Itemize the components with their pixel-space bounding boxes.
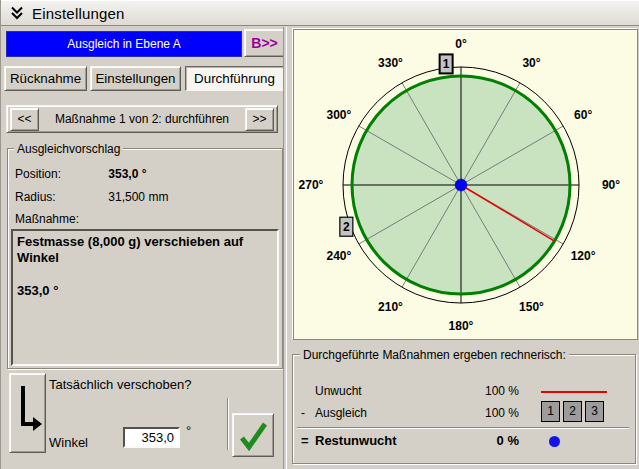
measure-3-badge: 3	[585, 401, 604, 422]
confirm-question: Tatsächlich verschoben?	[49, 377, 191, 392]
angle-label: Winkel	[49, 435, 88, 450]
tab-einstellungen[interactable]: Einstellungen	[90, 66, 181, 91]
unwucht-row: Unwucht 100 %	[293, 384, 635, 400]
measure-text: Festmasse (8,000 g) verschieben auf Wink…	[17, 234, 273, 266]
svg-text:300°: 300°	[326, 108, 351, 122]
green-checkmark-icon	[236, 418, 270, 452]
svg-text:180°: 180°	[449, 319, 474, 333]
measure-stepper: << Maßnahme 1 von 2: durchführen >>	[6, 105, 278, 133]
unwucht-label: Unwucht	[315, 384, 362, 398]
collapse-chevron-icon[interactable]	[9, 5, 25, 21]
svg-text:30°: 30°	[522, 56, 540, 70]
restunwucht-row: = Restunwucht 0 %	[293, 433, 635, 449]
divider	[227, 398, 229, 450]
measure-label: Maßnahme:	[15, 212, 79, 226]
prev-measure-button[interactable]: <<	[10, 108, 39, 131]
tab-durchfuehrung[interactable]: Durchführung	[185, 66, 284, 91]
page-title: Einstellungen	[32, 5, 125, 22]
proposal-title: Ausgleichvorschlag	[14, 142, 123, 156]
blue-dot-icon	[549, 436, 560, 447]
results-groupbox: Durchgeführte Maßnahmen ergeben rechneri…	[292, 354, 636, 464]
ausgleich-value: 100 %	[433, 406, 519, 420]
svg-text:1: 1	[443, 57, 450, 71]
restunwucht-label: Restunwucht	[315, 433, 397, 448]
control-panel: Ausgleich in Ebene A B>> Rücknahme Einst…	[1, 27, 283, 469]
visualization-panel: 0°30°60°90°120°150°180°210°240°270°300°3…	[287, 27, 639, 469]
results-separator	[297, 427, 629, 429]
red-line-icon	[541, 391, 607, 393]
proposal-groupbox: Ausgleichvorschlag Position: 353,0 ° Rad…	[7, 148, 283, 369]
down-right-arrow-icon	[11, 374, 44, 450]
radius-value: 31,500 mm	[108, 190, 168, 204]
svg-text:240°: 240°	[326, 249, 351, 263]
svg-text:90°: 90°	[602, 178, 620, 192]
svg-text:330°: 330°	[378, 56, 403, 70]
svg-text:150°: 150°	[519, 300, 544, 314]
move-mass-button[interactable]	[9, 373, 46, 453]
angle-unit: °	[186, 423, 191, 438]
switch-plane-b-button[interactable]: B>>	[244, 29, 285, 57]
plane-banner: Ausgleich in Ebene A	[6, 31, 242, 57]
svg-text:210°: 210°	[378, 300, 403, 314]
tab-ruecknahme[interactable]: Rücknahme	[4, 66, 87, 91]
measure-angle: 353,0 °	[17, 283, 273, 299]
polar-chart: 0°30°60°90°120°150°180°210°240°270°300°3…	[293, 29, 638, 340]
plane-marker-1: 1	[440, 54, 453, 73]
svg-text:120°: 120°	[571, 249, 596, 263]
results-title: Durchgeführte Maßnahmen ergeben rechneri…	[300, 348, 569, 362]
settings-window: Einstellungen Ausgleich in Ebene A B>> R…	[0, 0, 639, 469]
angle-input[interactable]	[123, 427, 180, 448]
measure-textbox: Festmasse (8,000 g) verschieben auf Wink…	[11, 229, 279, 366]
plane-marker-2: 2	[340, 217, 353, 236]
svg-text:2: 2	[343, 220, 350, 234]
next-measure-button[interactable]: >>	[245, 108, 274, 131]
measure-1-badge: 1	[541, 401, 560, 422]
position-label: Position:	[15, 167, 105, 181]
ausgleich-label: Ausgleich	[315, 406, 367, 420]
confirm-button[interactable]	[232, 413, 274, 457]
unwucht-value: 100 %	[433, 384, 519, 398]
radius-label: Radius:	[15, 190, 105, 204]
svg-text:270°: 270°	[299, 178, 324, 192]
restunwucht-value: 0 %	[433, 433, 519, 448]
measure-2-badge: 2	[563, 401, 582, 422]
position-value: 353,0 °	[108, 167, 146, 181]
svg-text:0°: 0°	[455, 37, 467, 51]
ausgleich-row: - Ausgleich 100 % 1 2 3	[293, 406, 635, 422]
measure-stepper-label: Maßnahme 1 von 2: durchführen	[41, 106, 243, 132]
svg-text:60°: 60°	[574, 108, 592, 122]
section-header: Einstellungen	[1, 0, 639, 26]
